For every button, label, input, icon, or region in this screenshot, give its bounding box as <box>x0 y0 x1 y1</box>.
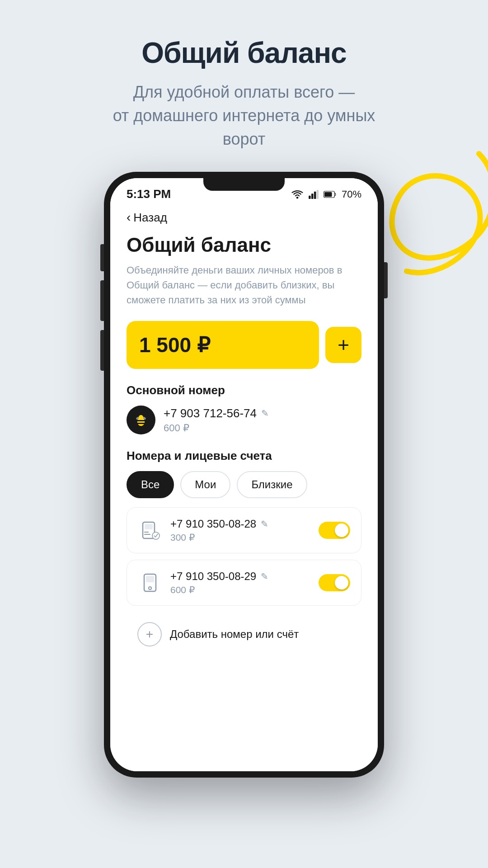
edit-account-1-icon[interactable]: ✎ <box>261 519 268 529</box>
filter-tab-close[interactable]: Близкие <box>237 471 307 498</box>
account-balance-2: 600 ₽ <box>170 585 310 595</box>
svg-rect-3 <box>314 191 316 198</box>
add-account-label: Добавить номер или счёт <box>170 628 299 641</box>
filter-tab-all[interactable]: Все <box>127 471 174 498</box>
battery-icon <box>324 190 336 199</box>
filter-tab-mine[interactable]: Мои <box>180 471 230 498</box>
svg-rect-2 <box>311 193 314 199</box>
svg-point-22 <box>149 587 151 590</box>
svg-point-14 <box>139 415 143 420</box>
account-balance-1: 300 ₽ <box>170 532 310 543</box>
svg-rect-1 <box>309 195 311 198</box>
svg-rect-6 <box>324 192 332 197</box>
page-subtitle: Для удобной оплаты всего —от домашнего и… <box>0 70 488 151</box>
page-title: Общий баланс <box>0 0 488 70</box>
back-button-label: Назад <box>133 211 167 225</box>
screen-description: Объединяйте деньги ваших личных номеров … <box>127 263 361 307</box>
account-icon-1 <box>138 518 162 542</box>
primary-section-label: Основной номер <box>127 383 361 397</box>
svg-rect-21 <box>146 576 154 582</box>
back-button[interactable]: ‹ Назад <box>127 210 361 225</box>
phone-notch <box>203 178 285 191</box>
primary-number: +7 903 712-56-74 <box>164 406 257 420</box>
account-toggle-1[interactable] <box>319 522 350 539</box>
primary-number-row: +7 903 712-56-74 ✎ 600 ₽ <box>127 406 361 434</box>
account-number-2: +7 910 350-08-29 <box>170 570 256 583</box>
add-account-row[interactable]: + Добавить номер или счёт <box>127 612 361 656</box>
edit-account-2-icon[interactable]: ✎ <box>261 571 268 582</box>
add-balance-button[interactable]: + <box>325 327 361 363</box>
svg-rect-4 <box>317 190 319 199</box>
svg-point-19 <box>152 532 160 539</box>
phone-mockup: 5:13 PM <box>104 172 384 778</box>
svg-point-0 <box>296 197 299 199</box>
status-time: 5:13 PM <box>127 187 171 201</box>
beeline-logo <box>127 406 155 434</box>
accounts-section-label: Номера и лицевые счета <box>127 449 361 463</box>
account-details-2: +7 910 350-08-29 ✎ 600 ₽ <box>170 570 310 595</box>
account-details-1: +7 910 350-08-28 ✎ 300 ₽ <box>170 518 310 543</box>
account-number-1: +7 910 350-08-28 <box>170 518 256 530</box>
svg-rect-10 <box>137 420 145 421</box>
balance-row: 1 500 ₽ + <box>127 321 361 369</box>
add-circle-icon: + <box>137 622 162 646</box>
balance-amount: 1 500 ₽ <box>127 321 319 369</box>
back-chevron-icon: ‹ <box>127 210 131 225</box>
svg-rect-16 <box>145 524 153 529</box>
primary-number-info: +7 903 712-56-74 ✎ 600 ₽ <box>164 406 269 434</box>
primary-number-balance: 600 ₽ <box>164 422 269 434</box>
svg-rect-11 <box>137 423 145 424</box>
edit-primary-number-icon[interactable]: ✎ <box>261 408 269 419</box>
filter-tabs: Все Мои Близкие <box>127 471 361 498</box>
screen-title: Общий баланс <box>127 234 361 256</box>
account-icon-2 <box>138 571 162 595</box>
account-card-1: +7 910 350-08-28 ✎ 300 ₽ <box>127 507 361 553</box>
account-card-2: +7 910 350-08-29 ✎ 600 ₽ <box>127 560 361 606</box>
wifi-icon <box>291 190 304 199</box>
status-icons: 70% <box>291 189 361 200</box>
signal-icon <box>307 190 320 199</box>
account-toggle-2[interactable] <box>319 574 350 591</box>
battery-percentage: 70% <box>342 189 361 200</box>
